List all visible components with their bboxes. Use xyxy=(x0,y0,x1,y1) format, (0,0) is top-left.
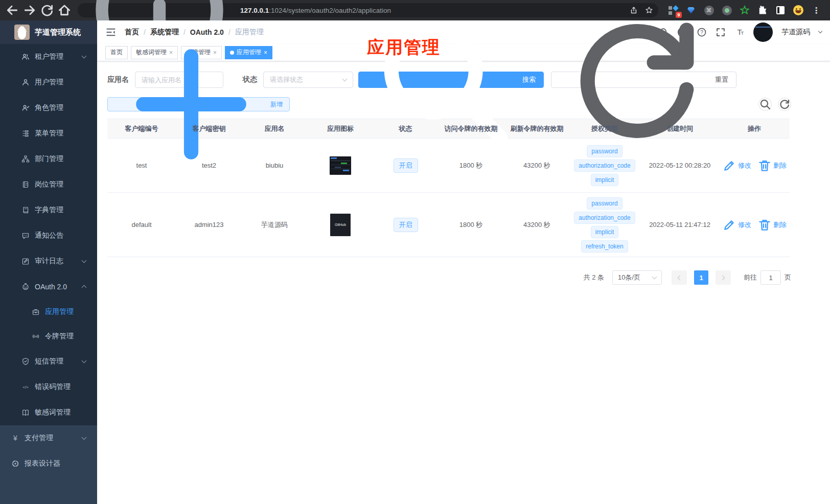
back-icon[interactable] xyxy=(5,3,19,17)
page-number-button[interactable]: 1 xyxy=(694,270,708,285)
sidebar-item-oauth-application[interactable]: 应用管理 xyxy=(0,300,97,324)
sidebar-item-sms[interactable]: 短信管理 xyxy=(0,349,97,374)
sidebar-item-role[interactable]: 角色管理 xyxy=(0,95,97,121)
cell-status: 开启 xyxy=(374,158,437,173)
goto-label: 前往 xyxy=(744,273,757,282)
sidebar-menu: 租户管理 用户管理 角色管理 菜单管理 部门管理 岗位管理 字典管理 通知公告 … xyxy=(0,44,97,504)
svg-text:a: a xyxy=(35,335,37,338)
cell-app-icon: GitHub xyxy=(307,214,374,236)
svg-text:¥: ¥ xyxy=(13,434,17,442)
next-page-button[interactable] xyxy=(716,270,731,285)
message-icon xyxy=(21,232,30,240)
goto-page-input[interactable] xyxy=(760,270,781,285)
puzzle-extensions-icon[interactable] xyxy=(757,5,768,16)
svg-text:T: T xyxy=(741,31,744,36)
reset-button[interactable]: 重置 xyxy=(551,72,736,88)
cell-client-secret: test2 xyxy=(176,162,242,169)
badge-icon xyxy=(21,180,30,189)
page-size-select[interactable]: 10条/页 xyxy=(612,270,662,285)
page-unit-label: 页 xyxy=(785,273,791,282)
home-icon[interactable] xyxy=(57,3,72,17)
sidebar-item-oauth[interactable]: OAuth 2.0 xyxy=(0,274,97,300)
star-extension-icon[interactable] xyxy=(739,5,750,16)
cell-client-id: default xyxy=(107,221,176,228)
grant-type-tag: authorization_code xyxy=(574,212,635,224)
sidebar: 芋道管理系统 租户管理 用户管理 角色管理 菜单管理 部门管理 岗位管理 字典管… xyxy=(0,20,97,504)
sidebar-item-sensitive[interactable]: 敏感词管理 xyxy=(0,400,97,425)
user-avatar[interactable] xyxy=(753,22,773,42)
refresh-table-button[interactable] xyxy=(778,98,791,111)
record-extension-icon[interactable] xyxy=(721,5,732,16)
cell-create-time: 2022-05-11 21:47:12 xyxy=(640,221,719,228)
username-label[interactable]: 芋道源码 xyxy=(781,28,810,37)
add-button[interactable]: 新增 xyxy=(107,97,290,111)
sidebar-item-pay[interactable]: ¥支付管理 xyxy=(0,425,97,451)
sidebar-item-audit[interactable]: 审计日志 xyxy=(0,248,97,274)
cell-actions: 修改 删除 xyxy=(719,218,790,232)
page-content: 应用名 状态 请选择状态 搜索 重置 新增 xyxy=(97,61,830,285)
search-button[interactable]: 搜索 xyxy=(358,72,544,88)
reload-icon[interactable] xyxy=(40,3,54,17)
sidebar-item-tenant[interactable]: 租户管理 xyxy=(0,44,97,70)
sidebar-item-notice[interactable]: 通知公告 xyxy=(0,223,97,248)
cell-access-validity: 1800 秒 xyxy=(437,161,505,170)
cell-client-secret: admin123 xyxy=(176,221,242,228)
delete-button[interactable]: 删除 xyxy=(757,158,787,173)
grant-type-tag: password xyxy=(587,145,622,157)
sidebar-item-menu[interactable]: 菜单管理 xyxy=(0,121,97,146)
chevron-down-icon xyxy=(652,274,657,280)
tree-list-icon xyxy=(21,129,30,138)
cell-grant-types: password authorization_code implicit ref… xyxy=(569,196,640,254)
cell-access-validity: 1800 秒 xyxy=(437,220,505,230)
users-icon xyxy=(21,53,30,61)
dictionary-icon xyxy=(21,206,30,214)
forward-icon[interactable] xyxy=(22,3,37,17)
app-logo[interactable]: 芋道管理系统 xyxy=(0,20,97,44)
profile-avatar-emoji[interactable] xyxy=(793,5,804,16)
edit-log-icon xyxy=(21,257,30,265)
edit-button[interactable]: 修改 xyxy=(722,218,751,232)
grant-type-tag: implicit xyxy=(591,226,619,238)
status-select[interactable]: 请选择状态 xyxy=(263,72,353,88)
grant-type-tag: password xyxy=(587,197,622,210)
delete-button[interactable]: 删除 xyxy=(757,218,787,232)
sidebar-item-post[interactable]: 岗位管理 xyxy=(0,172,97,197)
sidebar-item-oauth-token[interactable]: a令牌管理 xyxy=(0,324,97,349)
chevron-down-icon[interactable] xyxy=(818,29,822,33)
signal-icon: a xyxy=(32,332,40,340)
grant-type-tag: implicit xyxy=(591,174,619,186)
sidebar-item-errorcode[interactable]: </>错误码管理 xyxy=(0,374,97,400)
chevron-down-icon xyxy=(82,258,87,263)
code-icon: </> xyxy=(21,383,30,391)
sidebar-item-report[interactable]: 报表设计器 xyxy=(0,451,97,476)
status-tag[interactable]: 开启 xyxy=(394,158,418,173)
cell-app-name: biubiu xyxy=(242,162,307,169)
cell-refresh-validity: 43200 秒 xyxy=(505,161,569,170)
sidebar-item-user[interactable]: 用户管理 xyxy=(0,70,97,95)
pagination: 共 2 条 10条/页 1 前往 页 xyxy=(107,270,791,285)
robot-icon xyxy=(21,283,30,291)
cell-create-time: 2022-05-12 00:28:20 xyxy=(640,162,719,169)
toggle-search-button[interactable] xyxy=(758,98,772,111)
cell-app-icon xyxy=(307,156,374,175)
sidebar-item-dept[interactable]: 部门管理 xyxy=(0,146,97,172)
total-count: 共 2 条 xyxy=(584,273,604,282)
system-submenu: 租户管理 用户管理 角色管理 菜单管理 部门管理 岗位管理 字典管理 通知公告 … xyxy=(0,44,97,425)
chevron-up-icon xyxy=(82,285,87,290)
red-annotation-title: 应用管理 xyxy=(367,36,441,59)
grant-type-tag: authorization_code xyxy=(574,159,635,172)
sidebar-item-dict[interactable]: 字典管理 xyxy=(0,197,97,223)
org-tree-icon xyxy=(21,155,30,163)
split-view-icon[interactable] xyxy=(775,5,786,16)
chevron-down-icon xyxy=(82,358,87,363)
fullscreen-icon[interactable] xyxy=(716,27,726,37)
font-size-icon[interactable]: TT xyxy=(734,27,745,37)
edit-button[interactable]: 修改 xyxy=(722,158,751,173)
browser-menu-icon[interactable]: ⋮ xyxy=(811,5,822,16)
report-designer-icon xyxy=(11,460,19,468)
yen-icon: ¥ xyxy=(11,434,19,442)
grant-type-tag: refresh_token xyxy=(581,240,628,253)
status-tag[interactable]: 开启 xyxy=(394,218,418,232)
prev-page-button[interactable] xyxy=(672,270,687,285)
table-row: default admin123 芋道源码 GitHub 开启 1800 秒 4… xyxy=(107,193,790,257)
